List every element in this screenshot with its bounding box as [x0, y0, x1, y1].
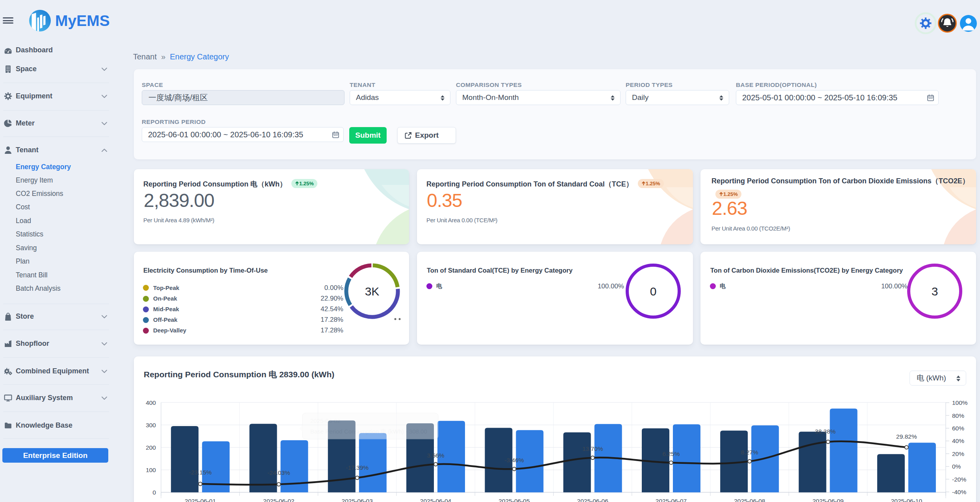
- svg-text:60%: 60%: [952, 425, 964, 432]
- svg-text:80%: 80%: [952, 412, 964, 419]
- svg-text:2025-06-10: 2025-06-10: [891, 498, 923, 502]
- svg-text:2025-06-06: 2025-06-06: [577, 498, 608, 502]
- svg-text:20%: 20%: [952, 450, 964, 457]
- svg-text:2025-06-03: 2025-06-03: [342, 498, 373, 502]
- svg-text:13.70%: 13.70%: [582, 445, 603, 452]
- svg-text:2025-06-02: 2025-06-02: [310, 417, 341, 424]
- svg-text:2025-06-04: 2025-06-04: [420, 498, 452, 502]
- svg-text:6.25%: 6.25%: [663, 450, 680, 457]
- svg-text:2025-06-01: 2025-06-01: [185, 498, 216, 502]
- svg-text:400: 400: [146, 399, 156, 406]
- svg-text:3.56%: 3.56%: [427, 452, 445, 459]
- svg-text:100%: 100%: [952, 399, 968, 406]
- svg-text:-17.39%: -17.39%: [346, 464, 369, 471]
- svg-text:2025-06-07: 2025-06-07: [656, 498, 687, 502]
- svg-text:-3.46%: -3.46%: [504, 457, 524, 463]
- svg-text:200: 200: [146, 444, 156, 451]
- svg-text:2025-06-08: 2025-06-08: [734, 498, 765, 502]
- svg-text:-40%: -40%: [952, 489, 966, 495]
- svg-text:0: 0: [152, 489, 156, 496]
- svg-text:-20%: -20%: [952, 476, 966, 483]
- svg-text:2025-06-05: 2025-06-05: [498, 498, 530, 502]
- svg-text:-24.03%: -24.03%: [267, 469, 290, 476]
- svg-text:29.82%: 29.82%: [896, 433, 917, 440]
- svg-text:38.38%: 38.38%: [815, 428, 836, 435]
- svg-text:0%: 0%: [952, 463, 961, 470]
- svg-text:8.27%: 8.27%: [741, 449, 758, 456]
- svg-text:3K: 3K: [365, 285, 380, 298]
- svg-text:3: 3: [932, 285, 938, 298]
- svg-text:300: 300: [146, 422, 156, 428]
- svg-text:2025-06-02: 2025-06-02: [263, 498, 294, 502]
- svg-text:40%: 40%: [952, 437, 964, 444]
- svg-text:100: 100: [146, 467, 156, 473]
- svg-text:-23.15%: -23.15%: [189, 469, 212, 476]
- svg-text:Base Period Consumption 电 (kWh: Base Period Consumption 电 (kWh) - 308.00: [310, 428, 427, 435]
- svg-text:0: 0: [650, 285, 657, 298]
- svg-text:2025-06-09: 2025-06-09: [812, 498, 843, 502]
